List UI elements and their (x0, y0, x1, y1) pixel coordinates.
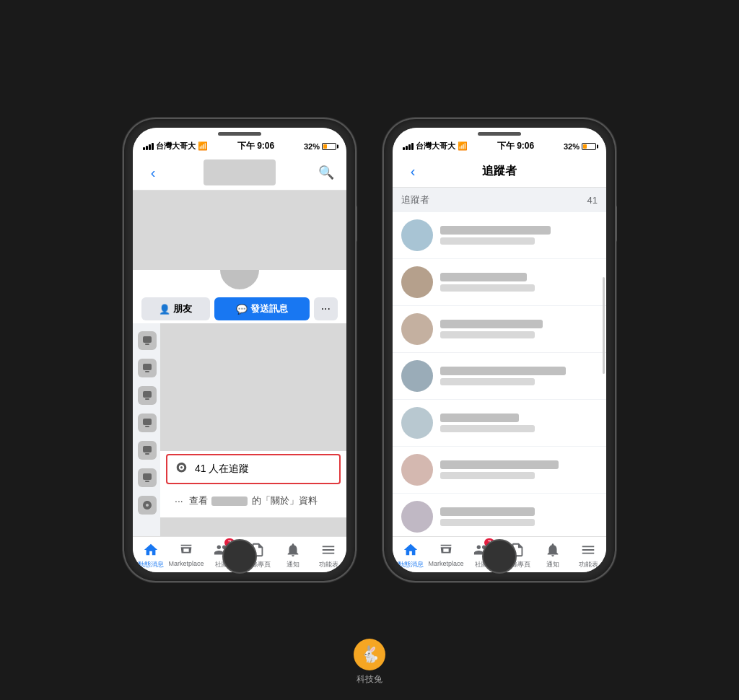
follower-avatar-1 (401, 219, 433, 251)
phone-1: 台灣大哥大 📶 下午 9:06 32% ‹ 🔍 (124, 119, 355, 581)
pages-icon-wrap-1 (249, 541, 266, 559)
follower-sub-1 (440, 237, 535, 245)
tab-groups-1[interactable]: 7 社團 (204, 540, 240, 571)
follower-item-5[interactable] (393, 400, 606, 447)
phone-2-screen: 台灣大哥大 📶 下午 9:06 32% ‹ 追蹤者 追蹤者 41 (393, 128, 606, 572)
follower-sub-7 (440, 519, 535, 526)
follower-item-7[interactable] (393, 494, 606, 536)
section-label: 追蹤者 (401, 193, 429, 206)
home-icon-wrap (142, 541, 159, 559)
svg-rect-1 (145, 344, 149, 345)
follower-item-4[interactable] (393, 353, 606, 400)
svg-rect-6 (143, 419, 152, 425)
follower-sub-4 (440, 378, 535, 385)
notch-2 (393, 128, 606, 137)
battery-percent: 32% (304, 142, 320, 151)
watermark-icon: 🐇 (354, 639, 385, 670)
status-bar-1: 台灣大哥大 📶 下午 9:06 32% (133, 137, 346, 155)
see-more-row[interactable]: ··· 查看 的「關於」資料 (166, 487, 341, 515)
tab-notifications-label-2: 通知 (546, 560, 559, 569)
page-title-2: 追蹤者 (482, 164, 517, 179)
groups-badge-1: 7 (224, 538, 235, 547)
menu-icon-wrap-1 (320, 541, 337, 559)
pages-icon-wrap-2 (509, 541, 526, 559)
marketplace-icon-wrap-1 (178, 541, 195, 559)
tab-pages-label-2: 粉絲專頁 (504, 560, 530, 569)
notch (133, 128, 346, 137)
see-more-text: 查看 的「關於」資料 (189, 494, 318, 507)
side-item-6 (136, 466, 159, 489)
battery-icon (322, 143, 336, 150)
nav-bar-2: ‹ 追蹤者 (393, 155, 606, 188)
tab-menu-1[interactable]: 功能表 (311, 540, 346, 571)
follower-item-1[interactable] (393, 212, 606, 259)
side-item-7 (136, 494, 159, 517)
side-icon-1 (138, 331, 157, 350)
status-bar-2: 台灣大哥大 📶 下午 9:06 32% (393, 137, 606, 155)
carrier-text: 台灣大哥大 (156, 141, 196, 152)
phone-2: 台灣大哥大 📶 下午 9:06 32% ‹ 追蹤者 追蹤者 41 (384, 119, 615, 581)
tab-pages-1[interactable]: 粉絲專頁 (240, 540, 275, 571)
friend-label: 朋友 (173, 302, 192, 315)
followers-row[interactable]: 41 人在追蹤 (166, 454, 341, 484)
follower-info-1 (440, 226, 598, 245)
follower-name-2 (440, 273, 527, 281)
tab-pages-label-1: 粉絲專頁 (245, 560, 271, 569)
tab-notifications-2[interactable]: 通知 (535, 540, 570, 571)
signal-icon-2 (403, 143, 414, 150)
tab-marketplace-2[interactable]: Marketplace (428, 540, 463, 571)
profile-actions: 👤 朋友 💬 發送訊息 ··· (133, 292, 346, 323)
side-menu (133, 323, 162, 536)
home-icon-wrap-2 (402, 541, 419, 559)
followers-section: 41 人在追蹤 ··· 查看 的「關於」資料 (160, 451, 346, 517)
svg-rect-11 (145, 481, 149, 482)
status-right-2: 32% (564, 142, 596, 151)
follower-info-3 (440, 320, 598, 338)
status-left: 台灣大哥大 📶 (143, 141, 208, 152)
groups-badge-2: 7 (484, 538, 494, 547)
back-button-2[interactable]: ‹ (401, 159, 424, 183)
follower-sub-3 (440, 331, 535, 338)
notifications-icon-wrap-2 (544, 541, 561, 559)
battery-icon-2 (582, 143, 596, 150)
follower-info-6 (440, 460, 598, 479)
follower-avatar-7 (401, 501, 433, 533)
messenger-icon: 💬 (236, 304, 248, 315)
friend-button[interactable]: 👤 朋友 (141, 297, 210, 320)
tab-pages-2[interactable]: 粉絲專頁 (499, 540, 535, 571)
friend-icon: 👤 (159, 304, 170, 315)
side-item-3 (136, 384, 159, 407)
follower-item-3[interactable] (393, 306, 606, 353)
follower-item-2[interactable] (393, 259, 606, 306)
blurred-name (211, 496, 248, 506)
tab-groups-2[interactable]: 7 社團 (464, 540, 499, 571)
follower-info-5 (440, 414, 598, 432)
followers-signal-icon (176, 463, 189, 476)
tab-home-2[interactable]: 動態消息 (393, 540, 428, 571)
profile-name-blurred (204, 159, 276, 185)
back-button-1[interactable]: ‹ (141, 161, 165, 184)
search-button-1[interactable]: 🔍 (315, 161, 338, 184)
wifi-icon: 📶 (198, 141, 208, 151)
tab-menu-2[interactable]: 功能表 (571, 540, 606, 571)
tab-home-label-1: 動態消息 (138, 560, 164, 569)
wifi-icon-2: 📶 (458, 141, 468, 151)
svg-rect-2 (143, 364, 152, 370)
follower-avatar-5 (401, 407, 433, 439)
svg-rect-3 (145, 371, 149, 372)
follower-item-6[interactable] (393, 447, 606, 494)
side-icon-4 (138, 414, 157, 432)
tab-bar-2: 動態消息 Marketplace 7 社團 粉絲專頁 (393, 536, 606, 572)
carrier-text-2: 台灣大哥大 (416, 141, 455, 152)
message-button[interactable]: 💬 發送訊息 (214, 297, 310, 320)
signal-icon (143, 143, 154, 150)
follower-sub-2 (440, 284, 535, 292)
tab-notifications-1[interactable]: 通知 (275, 540, 310, 571)
speaker-2 (478, 132, 521, 136)
svg-rect-9 (145, 453, 149, 455)
tab-groups-label-2: 社團 (475, 560, 488, 569)
follower-avatar-4 (401, 360, 433, 392)
tab-home-1[interactable]: 動態消息 (133, 540, 168, 571)
more-button[interactable]: ··· (314, 297, 338, 320)
tab-marketplace-1[interactable]: Marketplace (168, 540, 204, 571)
